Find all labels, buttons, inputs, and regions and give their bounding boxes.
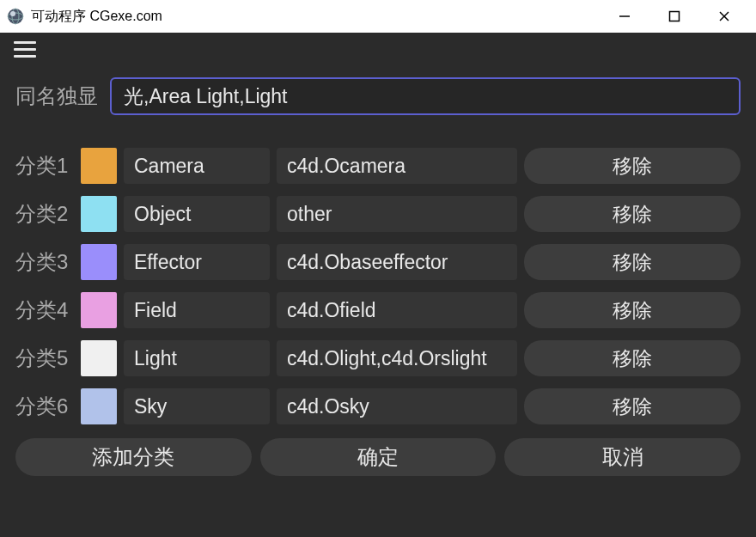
category-name-input[interactable] <box>124 148 270 184</box>
bottom-button-row: 添加分类 确定 取消 <box>12 438 744 476</box>
category-row: 分类1移除 <box>12 148 744 184</box>
remove-button[interactable]: 移除 <box>524 148 741 184</box>
color-swatch[interactable] <box>81 340 117 376</box>
minimize-button[interactable] <box>600 0 649 33</box>
color-swatch[interactable] <box>81 292 117 328</box>
remove-button[interactable]: 移除 <box>524 388 741 424</box>
category-type-input[interactable] <box>277 340 517 376</box>
name-display-row: 同名独显 <box>12 77 744 115</box>
cancel-button[interactable]: 取消 <box>504 438 741 476</box>
svg-rect-5 <box>670 12 680 21</box>
category-label: 分类5 <box>15 345 74 372</box>
category-row: 分类3移除 <box>12 244 744 280</box>
category-type-input[interactable] <box>277 196 517 232</box>
category-row: 分类6移除 <box>12 388 744 424</box>
remove-button[interactable]: 移除 <box>524 292 741 328</box>
category-name-input[interactable] <box>124 340 270 376</box>
remove-button[interactable]: 移除 <box>524 196 741 232</box>
color-swatch[interactable] <box>81 196 117 232</box>
category-type-input[interactable] <box>277 292 517 328</box>
content-area: 同名独显 分类1移除分类2移除分类3移除分类4移除分类5移除分类6移除 添加分类… <box>0 33 756 488</box>
close-button[interactable] <box>699 0 749 33</box>
color-swatch[interactable] <box>81 148 117 184</box>
category-type-input[interactable] <box>277 148 517 184</box>
window-controls <box>600 0 749 33</box>
category-label: 分类6 <box>15 393 74 420</box>
window-title: 可动程序 CGexe.com <box>31 8 593 26</box>
category-name-input[interactable] <box>124 196 270 232</box>
app-icon <box>7 8 24 25</box>
category-label: 分类2 <box>15 200 74 228</box>
ok-button[interactable]: 确定 <box>260 438 497 476</box>
category-label: 分类4 <box>15 296 74 324</box>
maximize-button[interactable] <box>649 0 699 33</box>
category-name-input[interactable] <box>124 292 270 328</box>
remove-button[interactable]: 移除 <box>524 340 741 376</box>
menu-icon[interactable] <box>14 41 38 60</box>
add-category-button[interactable]: 添加分类 <box>15 438 252 476</box>
category-name-input[interactable] <box>124 244 270 280</box>
category-label: 分类3 <box>15 248 74 276</box>
category-row: 分类2移除 <box>12 196 744 232</box>
category-row: 分类5移除 <box>12 340 744 376</box>
category-type-input[interactable] <box>277 388 517 424</box>
titlebar: 可动程序 CGexe.com <box>0 0 756 33</box>
category-type-input[interactable] <box>277 244 517 280</box>
category-name-input[interactable] <box>124 388 270 424</box>
remove-button[interactable]: 移除 <box>524 244 741 280</box>
color-swatch[interactable] <box>81 388 117 424</box>
svg-point-3 <box>10 11 15 16</box>
name-display-label: 同名独显 <box>15 82 98 110</box>
svg-point-0 <box>8 9 23 24</box>
color-swatch[interactable] <box>81 244 117 280</box>
category-row: 分类4移除 <box>12 292 744 328</box>
category-label: 分类1 <box>15 152 74 180</box>
name-display-input[interactable] <box>110 77 741 115</box>
